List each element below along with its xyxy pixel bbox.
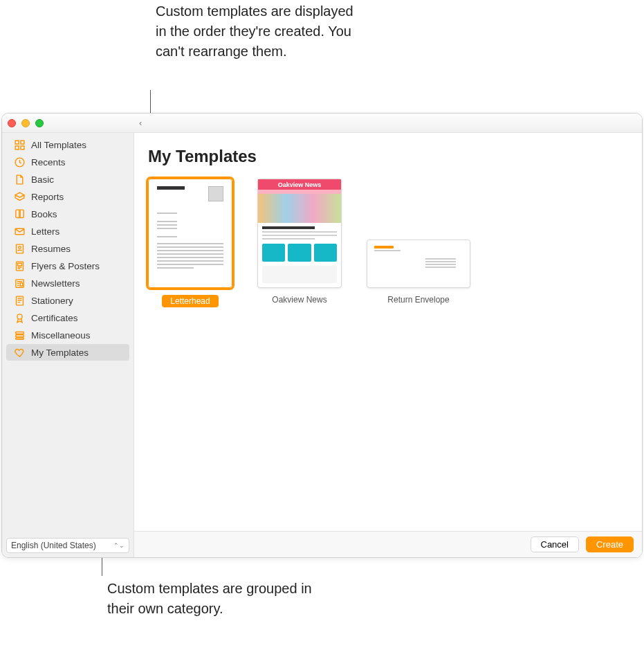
stack-icon <box>13 329 26 341</box>
person-doc-icon <box>13 242 26 255</box>
sidebar-item-label: Basic <box>31 174 54 185</box>
sidebar-item-label: Resumes <box>31 244 71 254</box>
template-thumbnail <box>367 240 470 288</box>
main-panel: My Templates <box>134 133 642 557</box>
newspaper-icon <box>13 277 26 289</box>
sidebar-item-resumes[interactable]: Resumes <box>6 240 129 257</box>
template-label: Oakview News <box>272 295 326 305</box>
sidebar-item-label: Letters <box>31 226 59 237</box>
stationery-icon <box>13 294 26 307</box>
template-grid: Letterhead Oakview News <box>148 179 628 307</box>
template-label: Return Envelope <box>387 295 449 305</box>
sidebar-item-label: My Templates <box>31 347 89 358</box>
svg-rect-9 <box>17 263 21 266</box>
sidebar-item-flyers-posters[interactable]: Flyers & Posters <box>6 258 129 274</box>
create-button[interactable]: Create <box>586 536 634 552</box>
book-icon <box>13 208 26 220</box>
template-letterhead[interactable]: Letterhead <box>148 179 232 307</box>
svg-rect-11 <box>20 282 23 285</box>
sidebar-item-newsletters[interactable]: Newsletters <box>6 275 129 291</box>
svg-point-13 <box>17 314 21 318</box>
sidebar-item-basic[interactable]: Basic <box>6 171 129 188</box>
template-thumbnail: Oakview News <box>257 179 342 288</box>
sidebar-item-letters[interactable]: Letters <box>6 223 129 240</box>
svg-rect-0 <box>15 141 19 144</box>
sidebar-item-label: Certificates <box>31 313 78 323</box>
sidebar-item-label: All Templates <box>31 140 86 150</box>
sidebar-item-label: Books <box>31 209 57 219</box>
reports-icon <box>13 190 26 203</box>
sidebar-item-reports[interactable]: Reports <box>6 188 129 205</box>
toggle-sidebar-button[interactable]: ‹ <box>139 118 142 128</box>
language-select[interactable]: English (United States) ⌃⌄ <box>6 538 129 553</box>
language-select-label: English (United States) <box>11 541 96 550</box>
updown-icon: ⌃⌄ <box>113 542 125 549</box>
svg-rect-3 <box>20 145 24 149</box>
sidebar-item-all-templates[interactable]: All Templates <box>6 136 129 153</box>
template-oakview-news[interactable]: Oakview News <box>257 179 342 305</box>
cancel-button[interactable]: Cancel <box>531 536 579 552</box>
page-title: My Templates <box>148 147 628 166</box>
sidebar-item-label: Flyers & Posters <box>31 261 100 271</box>
titlebar: ‹ <box>2 114 642 133</box>
window-controls <box>8 119 44 127</box>
template-label: Letterhead <box>162 295 218 307</box>
sidebar-item-certificates[interactable]: Certificates <box>6 309 129 326</box>
heart-icon <box>13 346 26 359</box>
sidebar-item-label: Miscellaneous <box>31 330 91 341</box>
footer: Cancel Create <box>134 531 642 557</box>
sidebar-item-stationery[interactable]: Stationery <box>6 292 129 309</box>
newsletter-banner: Oakview News <box>258 179 341 190</box>
svg-rect-2 <box>15 145 19 149</box>
ribbon-icon <box>13 312 26 324</box>
sidebar-item-miscellaneous[interactable]: Miscellaneous <box>6 327 129 343</box>
minimize-window-button[interactable] <box>21 119 30 127</box>
svg-rect-16 <box>15 338 23 339</box>
template-return-envelope[interactable]: Return Envelope <box>367 179 470 305</box>
clock-icon <box>13 156 26 168</box>
template-chooser-window: ‹ All Templates Recents <box>1 113 643 558</box>
flyer-icon <box>13 260 26 272</box>
sidebar-item-books[interactable]: Books <box>6 206 129 222</box>
svg-rect-15 <box>15 334 23 336</box>
sidebar-item-my-templates[interactable]: My Templates <box>6 344 129 361</box>
sidebar-item-recents[interactable]: Recents <box>6 154 129 170</box>
sidebar-item-label: Stationery <box>31 296 73 306</box>
svg-rect-1 <box>20 141 24 144</box>
sidebar-list: All Templates Recents Basic <box>2 136 134 534</box>
sidebar-item-label: Recents <box>31 157 66 168</box>
envelope-icon <box>13 225 26 237</box>
svg-rect-14 <box>15 332 23 334</box>
callout-bottom: Custom templates are grouped in their ow… <box>107 579 315 619</box>
document-icon <box>13 173 26 186</box>
close-window-button[interactable] <box>8 119 16 127</box>
svg-point-7 <box>18 246 21 249</box>
sidebar: All Templates Recents Basic <box>2 133 134 557</box>
sidebar-item-label: Newsletters <box>31 278 80 289</box>
chevron-left-icon: ‹ <box>139 118 142 128</box>
grid-icon <box>13 138 26 151</box>
callout-top: Custom templates are displayed in the or… <box>156 1 363 62</box>
sidebar-item-label: Reports <box>31 192 64 202</box>
zoom-window-button[interactable] <box>35 119 44 127</box>
template-thumbnail <box>148 179 232 288</box>
